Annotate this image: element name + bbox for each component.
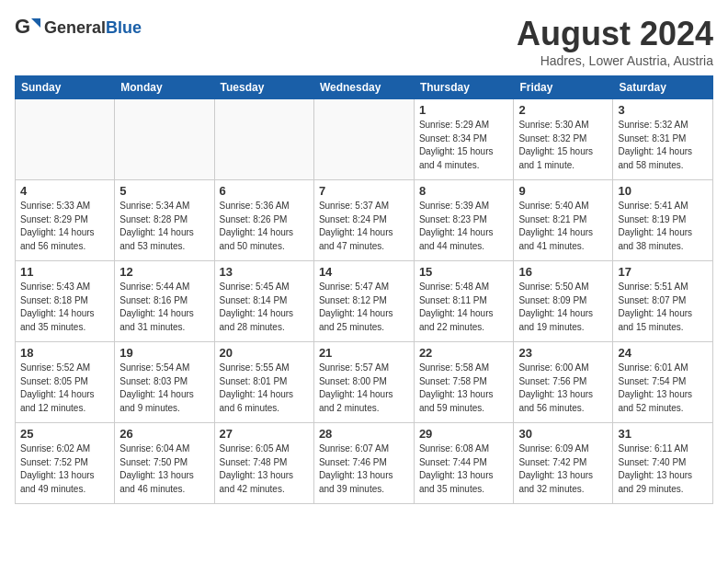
calendar-cell: 10Sunrise: 5:41 AMSunset: 8:19 PMDayligh… [613,180,713,261]
day-number: 22 [419,346,509,360]
logo-icon: G [15,15,40,40]
weekday-header-saturday: Saturday [613,76,713,99]
day-info: Sunrise: 6:09 AMSunset: 7:42 PMDaylight:… [518,442,608,496]
calendar-cell: 24Sunrise: 6:01 AMSunset: 7:54 PMDayligh… [613,342,713,423]
calendar-cell: 31Sunrise: 6:11 AMSunset: 7:40 PMDayligh… [613,423,713,504]
weekday-header-wednesday: Wednesday [313,76,414,99]
day-info: Sunrise: 6:07 AMSunset: 7:46 PMDaylight:… [319,442,409,496]
title-block: August 2024 Hadres, Lower Austria, Austr… [517,15,713,68]
calendar-cell: 15Sunrise: 5:48 AMSunset: 8:11 PMDayligh… [414,261,514,342]
day-info: Sunrise: 6:02 AMSunset: 7:52 PMDaylight:… [20,442,109,496]
day-info: Sunrise: 6:04 AMSunset: 7:50 PMDaylight:… [119,442,209,496]
day-number: 21 [319,346,409,360]
day-number: 14 [319,265,409,279]
calendar-cell: 27Sunrise: 6:05 AMSunset: 7:48 PMDayligh… [214,423,313,504]
day-number: 24 [618,346,708,360]
day-number: 18 [20,346,109,360]
day-number: 9 [518,184,608,198]
calendar-cell: 29Sunrise: 6:08 AMSunset: 7:44 PMDayligh… [414,423,514,504]
logo-blue: Blue [106,18,142,37]
day-number: 3 [618,103,708,117]
day-info: Sunrise: 5:33 AMSunset: 8:29 PMDaylight:… [20,200,109,253]
day-info: Sunrise: 6:11 AMSunset: 7:40 PMDaylight:… [618,442,708,496]
day-info: Sunrise: 5:54 AMSunset: 8:03 PMDaylight:… [119,362,209,415]
weekday-header-row: SundayMondayTuesdayWednesdayThursdayFrid… [16,76,713,99]
day-info: Sunrise: 5:34 AMSunset: 8:28 PMDaylight:… [119,200,209,253]
day-number: 19 [119,346,209,360]
calendar-cell: 20Sunrise: 5:55 AMSunset: 8:01 PMDayligh… [214,342,313,423]
day-number: 30 [518,427,608,441]
calendar-cell: 12Sunrise: 5:44 AMSunset: 8:16 PMDayligh… [115,261,214,342]
calendar-cell: 19Sunrise: 5:54 AMSunset: 8:03 PMDayligh… [115,342,214,423]
day-info: Sunrise: 5:50 AMSunset: 8:09 PMDaylight:… [518,281,608,334]
day-number: 12 [119,265,209,279]
day-info: Sunrise: 5:58 AMSunset: 7:58 PMDaylight:… [419,362,509,415]
day-info: Sunrise: 6:01 AMSunset: 7:54 PMDaylight:… [618,362,708,415]
day-number: 31 [618,427,708,441]
calendar-cell [214,99,313,180]
day-number: 10 [618,184,708,198]
day-number: 27 [220,427,309,441]
calendar-cell: 2Sunrise: 5:30 AMSunset: 8:32 PMDaylight… [514,99,613,180]
calendar-cell: 1Sunrise: 5:29 AMSunset: 8:34 PMDaylight… [414,99,514,180]
day-info: Sunrise: 5:48 AMSunset: 8:11 PMDaylight:… [419,281,509,334]
day-info: Sunrise: 5:44 AMSunset: 8:16 PMDaylight:… [119,281,209,334]
calendar-location: Hadres, Lower Austria, Austria [517,53,713,68]
day-info: Sunrise: 5:51 AMSunset: 8:07 PMDaylight:… [618,281,708,334]
calendar-cell: 8Sunrise: 5:39 AMSunset: 8:23 PMDaylight… [414,180,514,261]
day-info: Sunrise: 5:57 AMSunset: 8:00 PMDaylight:… [319,362,409,415]
calendar-cell: 25Sunrise: 6:02 AMSunset: 7:52 PMDayligh… [16,423,115,504]
calendar-title: August 2024 [517,15,713,53]
calendar-cell: 18Sunrise: 5:52 AMSunset: 8:05 PMDayligh… [16,342,115,423]
day-info: Sunrise: 5:45 AMSunset: 8:14 PMDaylight:… [220,281,309,334]
calendar-cell: 28Sunrise: 6:07 AMSunset: 7:46 PMDayligh… [313,423,414,504]
week-row-1: 1Sunrise: 5:29 AMSunset: 8:34 PMDaylight… [16,99,713,180]
day-info: Sunrise: 5:41 AMSunset: 8:19 PMDaylight:… [618,200,708,253]
calendar-cell [115,99,214,180]
day-number: 8 [419,184,509,198]
day-number: 5 [119,184,209,198]
week-row-2: 4Sunrise: 5:33 AMSunset: 8:29 PMDaylight… [16,180,713,261]
calendar-cell: 6Sunrise: 5:36 AMSunset: 8:26 PMDaylight… [214,180,313,261]
calendar-cell: 9Sunrise: 5:40 AMSunset: 8:21 PMDaylight… [514,180,613,261]
day-info: Sunrise: 5:36 AMSunset: 8:26 PMDaylight:… [220,200,309,253]
day-info: Sunrise: 5:29 AMSunset: 8:34 PMDaylight:… [419,119,509,172]
day-info: Sunrise: 5:52 AMSunset: 8:05 PMDaylight:… [20,362,109,415]
day-number: 26 [119,427,209,441]
calendar-cell: 30Sunrise: 6:09 AMSunset: 7:42 PMDayligh… [514,423,613,504]
day-info: Sunrise: 5:37 AMSunset: 8:24 PMDaylight:… [319,200,409,253]
day-info: Sunrise: 5:32 AMSunset: 8:31 PMDaylight:… [618,119,708,172]
logo-general: General [44,18,106,37]
logo: G GeneralBlue [15,15,142,40]
calendar-cell: 7Sunrise: 5:37 AMSunset: 8:24 PMDaylight… [313,180,414,261]
day-number: 29 [419,427,509,441]
calendar-cell [313,99,414,180]
day-number: 23 [518,346,608,360]
day-number: 1 [419,103,509,117]
day-info: Sunrise: 6:05 AMSunset: 7:48 PMDaylight:… [220,442,309,496]
calendar-cell: 21Sunrise: 5:57 AMSunset: 8:00 PMDayligh… [313,342,414,423]
day-number: 2 [518,103,608,117]
day-number: 7 [319,184,409,198]
calendar-table: SundayMondayTuesdayWednesdayThursdayFrid… [15,75,713,504]
calendar-cell: 3Sunrise: 5:32 AMSunset: 8:31 PMDaylight… [613,99,713,180]
calendar-cell: 22Sunrise: 5:58 AMSunset: 7:58 PMDayligh… [414,342,514,423]
calendar-cell: 16Sunrise: 5:50 AMSunset: 8:09 PMDayligh… [514,261,613,342]
calendar-cell: 13Sunrise: 5:45 AMSunset: 8:14 PMDayligh… [214,261,313,342]
day-info: Sunrise: 5:39 AMSunset: 8:23 PMDaylight:… [419,200,509,253]
weekday-header-sunday: Sunday [16,76,115,99]
day-number: 11 [20,265,109,279]
calendar-cell: 5Sunrise: 5:34 AMSunset: 8:28 PMDaylight… [115,180,214,261]
day-info: Sunrise: 6:08 AMSunset: 7:44 PMDaylight:… [419,442,509,496]
calendar-cell: 17Sunrise: 5:51 AMSunset: 8:07 PMDayligh… [613,261,713,342]
svg-marker-1 [31,18,40,28]
week-row-4: 18Sunrise: 5:52 AMSunset: 8:05 PMDayligh… [16,342,713,423]
page-header: G GeneralBlue August 2024 Hadres, Lower … [15,15,713,68]
weekday-header-thursday: Thursday [414,76,514,99]
svg-text:G: G [15,15,30,38]
calendar-cell: 11Sunrise: 5:43 AMSunset: 8:18 PMDayligh… [16,261,115,342]
calendar-cell: 4Sunrise: 5:33 AMSunset: 8:29 PMDaylight… [16,180,115,261]
day-number: 28 [319,427,409,441]
calendar-cell: 26Sunrise: 6:04 AMSunset: 7:50 PMDayligh… [115,423,214,504]
week-row-5: 25Sunrise: 6:02 AMSunset: 7:52 PMDayligh… [16,423,713,504]
